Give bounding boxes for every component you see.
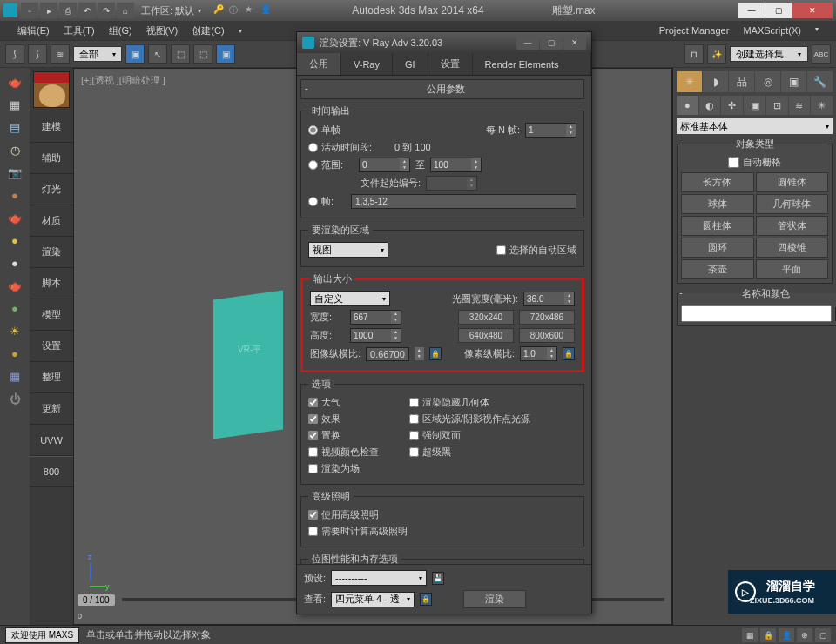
dialog-minimize-button[interactable]: —	[516, 36, 539, 50]
midtab-update[interactable]: 更新	[30, 393, 73, 425]
named-selection[interactable]: 创建选择集	[730, 46, 808, 62]
prim-sphere[interactable]: 球体	[681, 194, 754, 214]
auto-region-checkbox[interactable]	[496, 245, 506, 255]
preset-combo[interactable]: ----------	[331, 570, 427, 586]
dialog-maximize-button[interactable]: ▢	[540, 36, 563, 50]
nth-input[interactable]	[526, 125, 566, 135]
preset-320x240[interactable]: 320x240	[458, 310, 514, 325]
frames-radio[interactable]	[308, 197, 318, 206]
tab-vray[interactable]: V-Ray	[341, 53, 393, 75]
menu-group[interactable]: 组(G)	[109, 24, 132, 37]
active-seg-radio[interactable]	[308, 143, 318, 152]
twoside-checkbox[interactable]	[409, 431, 419, 440]
tab-common[interactable]: 公用	[297, 53, 341, 75]
abc-toggle-icon[interactable]: ABC	[812, 44, 831, 64]
yellow-sphere-icon[interactable]: ●	[3, 230, 26, 251]
tab-render-elements[interactable]: Render Elements	[473, 53, 591, 75]
sun-icon[interactable]: ☀	[3, 320, 26, 341]
single-frame-radio[interactable]	[308, 125, 318, 135]
height-input[interactable]	[351, 331, 391, 340]
prim-box[interactable]: 长方体	[681, 172, 754, 192]
redo-icon[interactable]: ↷	[98, 3, 115, 18]
grid-icon[interactable]: ▦	[3, 366, 26, 386]
new-icon[interactable]: ▫	[21, 3, 38, 18]
user-avatar[interactable]	[33, 71, 70, 108]
maximize-button[interactable]: ▢	[765, 3, 792, 18]
status-person-icon[interactable]: 👤	[779, 628, 794, 642]
camera-cat-icon[interactable]: ▣	[744, 96, 765, 115]
wand-icon[interactable]: ✨	[707, 44, 726, 64]
prim-teapot[interactable]: 茶壶	[681, 259, 754, 279]
panel-tab-utility-icon[interactable]: 🔧	[807, 71, 833, 92]
midtab-uvw[interactable]: UVW	[30, 425, 73, 456]
preset-800x600[interactable]: 800x600	[519, 328, 575, 343]
menu-edit[interactable]: 编辑(E)	[17, 24, 50, 37]
move-icon[interactable]: ⬚	[171, 44, 190, 64]
sphere-tool-icon[interactable]: ●	[3, 184, 26, 205]
midtab-model[interactable]: 建模	[30, 111, 73, 143]
tab-gi[interactable]: GI	[393, 53, 428, 75]
close-button[interactable]: ✕	[792, 3, 833, 18]
spinner-icon[interactable]: ▲▼	[415, 347, 424, 360]
spinner-icon[interactable]: ▲▼	[391, 329, 401, 342]
selection-filter[interactable]: 全部	[73, 46, 122, 62]
midtab-organize[interactable]: 整理	[30, 362, 73, 393]
panel-tab-hierarchy-icon[interactable]: 品	[729, 71, 754, 92]
menu-project-manager[interactable]: Project Manager	[659, 25, 730, 36]
wire-teapot-icon[interactable]: 🫖	[3, 275, 26, 296]
midtab-script[interactable]: 脚本	[30, 268, 73, 299]
range-radio[interactable]	[308, 160, 318, 170]
camera-tool-icon[interactable]: 📷	[3, 162, 26, 183]
shape-cat-icon[interactable]: ◐	[699, 96, 721, 115]
atmos-checkbox[interactable]	[308, 398, 318, 407]
midtab-helper[interactable]: 辅助	[30, 143, 73, 174]
clock-tool-icon[interactable]: ◴	[3, 139, 26, 160]
disp-checkbox[interactable]	[308, 431, 318, 440]
prim-geosphere[interactable]: 几何球体	[756, 194, 829, 214]
panel-tab-modify-icon[interactable]: ◗	[703, 71, 728, 92]
pix-aspect-input[interactable]	[521, 349, 547, 359]
aperture-input[interactable]	[524, 294, 564, 304]
primitive-category[interactable]: 标准基本体	[677, 118, 833, 134]
magnet-icon[interactable]: ⊓	[684, 44, 704, 64]
green-sphere-icon[interactable]: ●	[3, 298, 26, 319]
midtab-mdl[interactable]: 模型	[30, 299, 73, 331]
spinner-icon[interactable]: ▲▼	[566, 124, 576, 137]
spinner-icon[interactable]: ▲▼	[471, 158, 481, 171]
teapot-tool-icon[interactable]: 🫖	[3, 71, 26, 92]
system-cat-icon[interactable]: ✳	[811, 96, 833, 115]
table-tool-icon[interactable]: ▤	[3, 117, 26, 138]
autogrid-checkbox[interactable]	[728, 157, 739, 168]
waves-icon[interactable]: ≋	[51, 44, 70, 64]
img-aspect-lock-icon[interactable]: 🔒	[429, 347, 442, 360]
cursor-icon[interactable]: ↖	[148, 44, 167, 64]
midtab-last[interactable]: 800	[30, 456, 73, 487]
range-to-input[interactable]	[431, 160, 471, 170]
viewport-geometry[interactable]	[213, 290, 283, 439]
pix-aspect-lock-icon[interactable]: 🔒	[563, 347, 575, 360]
helper-cat-icon[interactable]: ⊡	[766, 96, 788, 115]
save-icon[interactable]: ⎙	[59, 3, 77, 18]
status-lock-icon[interactable]: 🔒	[760, 628, 776, 642]
fields-checkbox[interactable]	[308, 464, 318, 473]
midtab-light[interactable]: 灯光	[30, 174, 73, 205]
app-icon[interactable]	[3, 3, 17, 17]
prim-cone[interactable]: 圆锥体	[756, 172, 829, 192]
object-name-input[interactable]	[681, 305, 832, 322]
hidden-checkbox[interactable]	[409, 398, 419, 407]
select-icon[interactable]: ▣	[125, 44, 145, 64]
space-cat-icon[interactable]: ≋	[789, 96, 811, 115]
workspace-label[interactable]: 工作区: 默认	[141, 4, 194, 17]
video-checkbox[interactable]	[308, 447, 318, 457]
undo-icon[interactable]: ↶	[78, 3, 96, 18]
white-sphere-icon[interactable]: ●	[3, 252, 26, 273]
unlink-icon[interactable]: ⟆	[28, 44, 47, 64]
gold-sphere-icon[interactable]: ●	[3, 343, 26, 364]
menu-maxscript[interactable]: MAXScript(X)	[743, 25, 801, 36]
minimize-button[interactable]: —	[738, 3, 765, 18]
viewport-header[interactable]: [+][透视 ][明暗处理 ]	[81, 74, 165, 87]
use-adv-light-checkbox[interactable]	[308, 510, 318, 520]
midtab-material[interactable]: 材质	[30, 205, 73, 237]
spinner-icon[interactable]: ▲▼	[391, 311, 401, 324]
status-nav-icon[interactable]: ⊕	[797, 628, 812, 642]
